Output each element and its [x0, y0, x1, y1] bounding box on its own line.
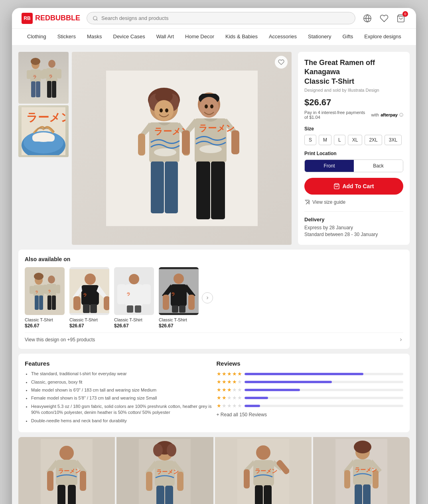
size-xl[interactable]: XL: [348, 135, 363, 145]
variant4-svg: ラ: [159, 269, 199, 313]
afterpay-info: Pay in 4 interest-free payments of $1.04…: [304, 110, 403, 120]
variant-card-3[interactable]: ラ Classic T-Shirt $26.67: [114, 267, 154, 329]
size-2xl[interactable]: 2XL: [365, 135, 382, 145]
add-to-cart-button[interactable]: Add To Cart: [304, 178, 403, 195]
svg-text:ラーメン: ラーメン: [58, 468, 81, 474]
search-bar[interactable]: [87, 12, 355, 24]
thumbnail-1[interactable]: ラ ラ: [18, 52, 69, 104]
svg-point-33: [160, 108, 163, 112]
print-front-button[interactable]: Front: [305, 160, 354, 172]
svg-rect-119: [68, 485, 76, 504]
svg-rect-152: [355, 484, 362, 504]
features-column: Features The standard, traditional t-shi…: [25, 360, 212, 426]
product-images: ラ ラ: [18, 52, 292, 245]
print-location-label: Print Location: [304, 151, 403, 156]
delivery-section: Delivery Express by 28 January Standard …: [304, 211, 403, 237]
variant-card-4[interactable]: ラ Classic T-Shirt $26.67: [159, 267, 199, 329]
variant-price-2: $26.67: [69, 323, 109, 329]
nav-item-device-cases[interactable]: Device Cases: [108, 29, 151, 45]
reviews-heading: Reviews: [217, 360, 404, 367]
thumbnail-2[interactable]: ラーメン Great Wave: [18, 105, 69, 157]
rating-row-5: ★★★★★: [217, 371, 404, 377]
size-m[interactable]: M: [319, 135, 331, 145]
rating-bar-fill-2: [245, 397, 268, 399]
variant-img-1: ラ ラ: [25, 267, 65, 315]
features-reviews-section: Features The standard, traditional t-shi…: [18, 354, 410, 432]
also-available-section: Also available on: [18, 250, 410, 349]
variants-next-button[interactable]: [202, 292, 213, 303]
svg-rect-129: [146, 472, 152, 491]
nav-item-stickers[interactable]: Stickers: [52, 29, 81, 45]
svg-point-135: [256, 445, 270, 460]
nav-item-explore[interactable]: Explore designs: [359, 29, 407, 45]
variant-card-2[interactable]: ラ Classic T-Shirt $26.67: [69, 267, 109, 329]
nav-item-gifts[interactable]: Gifts: [337, 29, 359, 45]
read-reviews-link[interactable]: + Read all 150 Reviews: [217, 412, 404, 417]
nav-item-clothing[interactable]: Clothing: [22, 29, 52, 45]
rating-row-4: ★★★★★: [217, 379, 404, 385]
nav-item-kids[interactable]: Kids & Babies: [220, 29, 263, 45]
svg-text:ラ: ラ: [126, 292, 130, 296]
rating-row-2: ★★★★★: [217, 395, 404, 401]
svg-rect-132: [165, 486, 173, 504]
variant-price-3: $26.67: [114, 323, 154, 329]
device-frame: RB REDBUBBLE 0 Clothing Stickers Masks D…: [12, 8, 416, 504]
stars-5: ★★★★★: [217, 371, 242, 377]
cart-icon-button[interactable]: 0: [395, 13, 406, 24]
variant-img-2: ラ: [69, 267, 109, 315]
rating-bar-bg-5: [245, 373, 404, 375]
rating-bar-bg-4: [245, 381, 404, 383]
product-variants-grid: ラ ラ Classic T-Shirt $26.67: [25, 267, 199, 329]
product-section: ラ ラ: [18, 52, 410, 245]
svg-rect-90: [83, 304, 90, 313]
nav-item-stationery[interactable]: Stationery: [302, 29, 337, 45]
variant-card-1[interactable]: ラ ラ Classic T-Shirt $26.67: [25, 267, 65, 329]
heart-icon: [380, 14, 389, 23]
size-options: S M L XL 2XL 3XL: [304, 135, 403, 145]
search-input[interactable]: [101, 15, 349, 21]
rating-bar-fill-1: [245, 405, 260, 407]
svg-point-69: [34, 273, 43, 280]
svg-rect-89: [104, 296, 109, 310]
globe-icon-button[interactable]: [362, 13, 373, 24]
svg-text:ラ: ラ: [33, 75, 37, 79]
svg-text:ラーメン: ラーメン: [355, 467, 377, 473]
svg-point-0: [93, 16, 97, 20]
svg-text:ラ: ラ: [83, 293, 87, 297]
product-price: $26.67: [304, 97, 403, 108]
print-back-button[interactable]: Back: [354, 160, 403, 172]
size-s[interactable]: S: [304, 135, 316, 145]
print-toggle: Front Back: [304, 159, 403, 172]
features-list: The standard, traditional t-shirt for ev…: [25, 371, 212, 424]
svg-rect-73: [35, 295, 39, 310]
svg-point-124: [153, 444, 163, 457]
nav-item-masks[interactable]: Masks: [81, 29, 108, 45]
feature-item-2: Classic, generous, boxy fit: [31, 379, 212, 385]
afterpay-logo: afterpay: [381, 112, 398, 117]
svg-rect-117: [80, 471, 86, 491]
nav-item-accessories[interactable]: Accessories: [263, 29, 302, 45]
size-l[interactable]: L: [334, 135, 345, 145]
svg-rect-6: [27, 70, 31, 79]
nav-item-wall-art[interactable]: Wall Art: [151, 29, 179, 45]
svg-rect-14: [57, 69, 61, 79]
view-more-link[interactable]: View this design on +95 products: [25, 333, 403, 343]
size-guide-link[interactable]: View size guide: [304, 199, 403, 205]
delivery-express: Express by 28 January: [304, 225, 403, 230]
svg-rect-99: [135, 305, 141, 313]
wishlist-icon-button[interactable]: [379, 13, 390, 24]
svg-rect-116: [47, 471, 53, 491]
size-3xl[interactable]: 3XL: [385, 135, 402, 145]
view-more-chevron-icon: [398, 337, 403, 342]
svg-rect-140: [244, 469, 250, 488]
nav-item-home-decor[interactable]: Home Decor: [179, 29, 220, 45]
main-product-image: ラーメン: [72, 52, 292, 245]
wishlist-button[interactable]: [275, 56, 288, 69]
svg-rect-118: [57, 485, 65, 504]
feature-item-4: Female model shown is 5'8" / 173 cm tall…: [31, 395, 212, 401]
brand-logo[interactable]: RB REDBUBBLE: [22, 13, 80, 24]
svg-point-125: [167, 444, 176, 457]
svg-point-58: [199, 145, 222, 153]
svg-point-94: [129, 274, 139, 284]
svg-point-84: [85, 274, 96, 285]
